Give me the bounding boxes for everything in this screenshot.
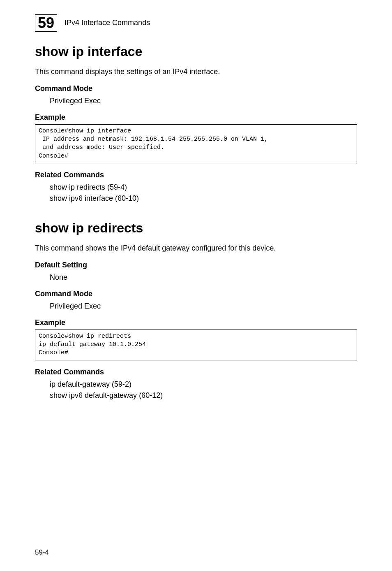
section-intro: This command displays the settings of an… bbox=[35, 67, 357, 77]
section-title-show-ip-redirects: show ip redirects bbox=[35, 221, 357, 236]
example-block: Example Console#show ip redirects ip def… bbox=[35, 318, 357, 360]
example-code: Console#show ip redirects ip default gat… bbox=[35, 330, 357, 360]
chapter-number-box: 59 bbox=[35, 14, 57, 32]
related-commands-block: Related Commands show ip redirects (59-4… bbox=[35, 171, 357, 204]
default-setting-value: None bbox=[35, 272, 357, 283]
related-command-item: show ipv6 interface (60-10) bbox=[35, 193, 357, 204]
page-number: 59-4 bbox=[35, 548, 49, 557]
command-mode-block: Command Mode Privileged Exec bbox=[35, 84, 357, 107]
related-command-item: ip default-gateway (59-2) bbox=[35, 379, 357, 390]
section-intro: This command shows the IPv4 default gate… bbox=[35, 243, 357, 253]
default-setting-block: Default Setting None bbox=[35, 261, 357, 283]
command-mode-label: Command Mode bbox=[35, 290, 357, 298]
related-command-item: show ipv6 default-gateway (60-12) bbox=[35, 390, 357, 401]
command-mode-value: Privileged Exec bbox=[35, 301, 357, 312]
default-setting-label: Default Setting bbox=[35, 261, 357, 269]
related-commands-block: Related Commands ip default-gateway (59-… bbox=[35, 368, 357, 401]
example-code: Console#show ip interface IP address and… bbox=[35, 124, 357, 163]
example-label: Example bbox=[35, 113, 357, 122]
command-mode-value: Privileged Exec bbox=[35, 95, 357, 107]
related-commands-label: Related Commands bbox=[35, 171, 357, 179]
section-title-show-ip-interface: show ip interface bbox=[35, 44, 357, 59]
related-command-item: show ip redirects (59-4) bbox=[35, 182, 357, 193]
command-mode-block: Command Mode Privileged Exec bbox=[35, 290, 357, 312]
example-block: Example Console#show ip interface IP add… bbox=[35, 113, 357, 163]
chapter-title: IPv4 Interface Commands bbox=[65, 19, 150, 27]
related-commands-label: Related Commands bbox=[35, 368, 357, 376]
example-label: Example bbox=[35, 318, 357, 327]
page-header: 59 IPv4 Interface Commands bbox=[35, 14, 357, 32]
command-mode-label: Command Mode bbox=[35, 84, 357, 93]
